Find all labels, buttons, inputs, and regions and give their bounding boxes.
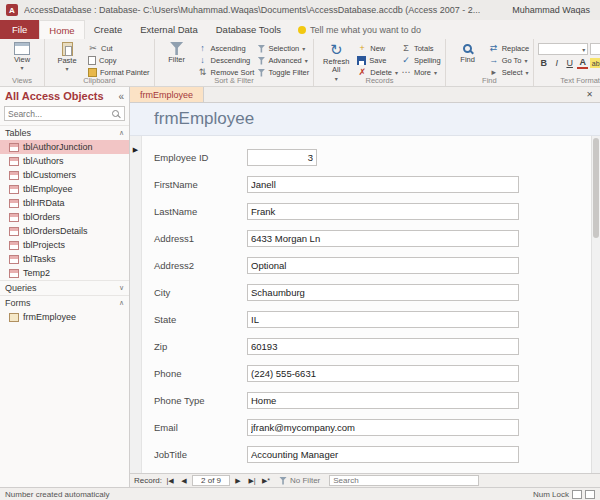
font-family-select[interactable]: ▾ xyxy=(538,43,588,55)
new-blank-record-button[interactable]: ▶* xyxy=(260,477,272,485)
font-size-select[interactable]: ▾ xyxy=(590,43,600,55)
tab-create[interactable]: Create xyxy=(85,20,132,39)
zip-input[interactable] xyxy=(247,338,519,355)
num-lock-indicator: Num Lock xyxy=(533,490,569,499)
document-tab-frmemployee[interactable]: frmEmployee xyxy=(130,87,204,102)
address2-input[interactable] xyxy=(247,257,519,274)
chevron-down-icon: ▾ xyxy=(582,46,585,53)
ribbon: View ▾ Views Paste ▾ ✂ Cut Copy xyxy=(0,39,600,87)
shutter-bar-icon[interactable]: « xyxy=(118,91,124,102)
nav-item-tblauthorjunction[interactable]: tblAuthorJunction xyxy=(0,140,129,154)
field-label-address2: Address2 xyxy=(154,260,247,271)
paste-button[interactable]: Paste ▾ xyxy=(49,41,85,73)
underline-button[interactable]: U xyxy=(564,57,575,69)
form-title: frmEmployee xyxy=(154,109,254,129)
filter-status[interactable]: No Filter xyxy=(279,476,320,485)
address1-input[interactable] xyxy=(247,230,519,247)
field-row: Address2 xyxy=(154,252,591,279)
record-selector[interactable]: ▶ xyxy=(130,136,142,473)
work-area: All Access Objects « Tables ∧ tblAuthorJ… xyxy=(0,87,600,487)
field-label-employee-id: Employee ID xyxy=(154,152,247,163)
view-button[interactable]: View ▾ xyxy=(4,41,40,72)
chevron-down-icon: ▾ xyxy=(20,65,23,72)
phone-input[interactable] xyxy=(247,365,519,382)
find-button[interactable]: Find xyxy=(450,41,486,64)
jobtitle-input[interactable] xyxy=(247,446,519,463)
nav-item-tblemployee[interactable]: tblEmployee xyxy=(0,182,129,196)
title-bar: A AccessDatabase : Database- C:\Users\Mu… xyxy=(0,0,600,20)
selection-icon xyxy=(257,45,265,53)
nav-item-tblcustomers[interactable]: tblCustomers xyxy=(0,168,129,182)
previous-record-button[interactable]: ◀ xyxy=(178,477,190,485)
selection-button[interactable]: Selection ▾ xyxy=(257,43,309,54)
field-row: Zip xyxy=(154,333,591,360)
form-view-icon[interactable] xyxy=(572,490,582,499)
copy-button[interactable]: Copy xyxy=(88,55,150,66)
nav-search-input[interactable] xyxy=(5,109,112,119)
highlight-button[interactable]: ab xyxy=(590,58,600,68)
nav-group-tables[interactable]: Tables ∧ xyxy=(0,125,129,140)
email-input[interactable] xyxy=(247,419,519,436)
descending-button[interactable]: ↓ Descending xyxy=(198,55,255,66)
user-name: Muhammad Waqas xyxy=(512,5,594,15)
ascending-button[interactable]: ↑ Ascending xyxy=(198,43,255,54)
table-icon xyxy=(9,213,19,222)
tab-database-tools[interactable]: Database Tools xyxy=(207,20,290,39)
advanced-filter-icon xyxy=(257,57,265,65)
nav-item-tblprojects[interactable]: tblProjects xyxy=(0,238,129,252)
advanced-button[interactable]: Advanced ▾ xyxy=(257,55,309,66)
field-row: LastName xyxy=(154,198,591,225)
nav-group-forms[interactable]: Forms ∧ xyxy=(0,295,129,310)
nav-item-tblordersdetails[interactable]: tblOrdersDetails xyxy=(0,224,129,238)
next-record-button[interactable]: ▶ xyxy=(232,477,244,485)
totals-icon: Σ xyxy=(401,44,411,53)
filter-button[interactable]: Filter xyxy=(159,41,195,64)
bold-button[interactable]: B xyxy=(538,57,549,69)
nav-item-tblorders[interactable]: tblOrders xyxy=(0,210,129,224)
document-tab-bar: frmEmployee ✕ xyxy=(130,87,600,103)
field-label-lastname: LastName xyxy=(154,206,247,217)
close-icon[interactable]: ✕ xyxy=(579,90,600,99)
nav-item-tblauthors[interactable]: tblAuthors xyxy=(0,154,129,168)
city-input[interactable] xyxy=(247,284,519,301)
lastname-input[interactable] xyxy=(247,203,519,220)
field-row: Phone Type xyxy=(154,387,591,414)
nav-item-tblhrdata[interactable]: tblHRData xyxy=(0,196,129,210)
italic-button[interactable]: I xyxy=(551,57,562,69)
replace-button[interactable]: ⇄ Replace xyxy=(489,43,530,54)
new-record-ribbon-button[interactable]: + New xyxy=(357,43,398,54)
group-caption-views: Views xyxy=(0,76,44,85)
record-label: Record: xyxy=(134,476,162,485)
state-input[interactable] xyxy=(247,311,519,328)
go-to-button[interactable]: → Go To ▾ xyxy=(489,55,530,66)
last-record-button[interactable]: ▶| xyxy=(246,477,258,485)
tell-me-box[interactable]: Tell me what you want to do xyxy=(290,20,429,39)
table-icon xyxy=(9,269,19,278)
vertical-scrollbar[interactable] xyxy=(591,136,600,473)
first-record-button[interactable]: |◀ xyxy=(164,477,176,485)
phone-type-input[interactable] xyxy=(247,392,519,409)
font-color-button[interactable]: A xyxy=(577,58,588,69)
table-icon xyxy=(9,241,19,250)
nav-group-queries[interactable]: Queries ∨ xyxy=(0,280,129,295)
record-search-input[interactable] xyxy=(329,475,479,486)
nav-item-frmemployee[interactable]: frmEmployee xyxy=(0,310,129,324)
tab-external-data[interactable]: External Data xyxy=(131,20,207,39)
window-title: AccessDatabase : Database- C:\Users\Muha… xyxy=(24,5,480,15)
tab-file[interactable]: File xyxy=(0,20,39,39)
employee-id-input[interactable] xyxy=(247,149,317,166)
scrollbar-thumb[interactable] xyxy=(593,138,599,238)
firstname-input[interactable] xyxy=(247,176,519,193)
cut-button[interactable]: ✂ Cut xyxy=(88,43,150,54)
table-icon xyxy=(9,171,19,180)
spelling-button[interactable]: ✓ Spelling xyxy=(401,55,441,66)
group-caption-find: Find xyxy=(446,76,534,85)
status-bar: Number created automaticaly Num Lock xyxy=(0,487,600,500)
layout-view-icon[interactable] xyxy=(585,490,595,499)
field-label-email: Email xyxy=(154,422,247,433)
save-button[interactable]: Save xyxy=(357,55,398,66)
totals-button[interactable]: Σ Totals xyxy=(401,43,441,54)
tab-home[interactable]: Home xyxy=(39,20,84,39)
nav-item-temp2[interactable]: Temp2 xyxy=(0,266,129,280)
nav-item-tbltasks[interactable]: tblTasks xyxy=(0,252,129,266)
